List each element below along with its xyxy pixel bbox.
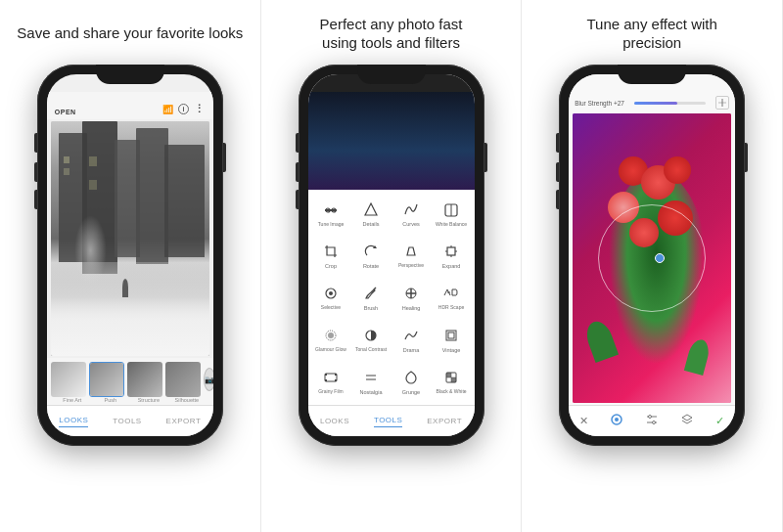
grunge-icon bbox=[401, 368, 421, 387]
tool-tonal-contrast[interactable]: Tonal Contrast bbox=[352, 319, 391, 359]
phone2-side-btn-right bbox=[484, 143, 487, 172]
panel3-title: Tune any effect with precision bbox=[576, 12, 726, 55]
blur-strength-slider[interactable] bbox=[634, 102, 706, 105]
panel3-title-wrap: Tune any effect with precision bbox=[586, 15, 716, 53]
phone3-notch bbox=[618, 65, 686, 84]
phone2-side-btn-left3 bbox=[296, 190, 299, 209]
tab-looks-2[interactable]: LOOKS bbox=[320, 417, 349, 425]
tool-healing[interactable]: Healing bbox=[392, 278, 431, 318]
tool-details[interactable]: Details bbox=[352, 194, 391, 234]
tab-looks-1[interactable]: LOOKS bbox=[59, 416, 88, 427]
tab-export-2[interactable]: EXPORT bbox=[427, 417, 462, 425]
phone1-topbar: OPEN 📶 i ⋮ bbox=[47, 92, 213, 119]
phone3-screen: Blur Strength +27 bbox=[569, 74, 735, 436]
brush-icon bbox=[361, 284, 381, 303]
tool-label-healing: Healing bbox=[402, 305, 421, 311]
tool-perspective[interactable]: Perspective bbox=[392, 236, 431, 276]
panel2-title-wrap: Perfect any photo fast using tools and f… bbox=[320, 15, 463, 53]
panel-tune: Tune any effect with precision Blur Stre… bbox=[522, 0, 783, 532]
tool-black-white[interactable]: Black & White bbox=[433, 361, 471, 401]
tab-export-1[interactable]: EXPORT bbox=[166, 417, 202, 425]
radial-filter-handle[interactable] bbox=[655, 253, 665, 263]
svg-line-15 bbox=[374, 288, 376, 289]
svg-point-14 bbox=[329, 291, 333, 295]
tool-drama[interactable]: Drama bbox=[392, 319, 431, 359]
grainy-film-icon bbox=[321, 368, 341, 387]
radial-filter-circle[interactable] bbox=[598, 204, 706, 312]
svg-rect-33 bbox=[451, 377, 456, 382]
perspective-icon bbox=[401, 242, 421, 261]
white-balance-icon bbox=[441, 200, 461, 220]
svg-marker-7 bbox=[407, 247, 415, 255]
phone1-tab-bar: LOOKS TOOLS EXPORT bbox=[47, 405, 213, 436]
filter-label-1: Fine Art bbox=[55, 397, 90, 403]
svg-rect-26 bbox=[325, 379, 327, 381]
radial-filter-icon[interactable] bbox=[610, 413, 623, 429]
phone1-side-btn-left2 bbox=[34, 162, 37, 182]
phone2-photo-area bbox=[308, 92, 475, 190]
blur-fill-indicator bbox=[634, 102, 677, 105]
panel3-title-line2: precision bbox=[586, 33, 716, 53]
layers-icon[interactable] bbox=[680, 413, 694, 429]
phone3-side-btn-right bbox=[745, 143, 748, 172]
cancel-icon[interactable]: ✕ bbox=[579, 415, 588, 427]
filter-label-4: Silhouette bbox=[169, 397, 205, 403]
tool-vintage[interactable]: Vintage bbox=[433, 319, 471, 359]
tool-rotate[interactable]: Rotate bbox=[352, 236, 391, 276]
panel-tools: Perfect any photo fast using tools and f… bbox=[261, 0, 523, 532]
svg-rect-8 bbox=[447, 247, 455, 255]
selective-icon bbox=[321, 284, 341, 303]
tool-nostalgia[interactable]: Nostalgia bbox=[352, 361, 391, 401]
tool-hdr[interactable]: HDR Scape bbox=[433, 278, 471, 318]
filter-thumb-2[interactable] bbox=[89, 362, 124, 397]
tool-crop[interactable]: Crop bbox=[312, 236, 350, 276]
svg-point-37 bbox=[615, 418, 619, 421]
phone3-bottom-bar: ✕ ✓ bbox=[569, 405, 735, 436]
phone2-side-btn-left1 bbox=[296, 133, 299, 153]
phone1-open-label[interactable]: OPEN bbox=[55, 109, 76, 115]
confirm-icon[interactable]: ✓ bbox=[715, 415, 724, 427]
crop-icon bbox=[321, 242, 341, 261]
compare-button[interactable] bbox=[715, 96, 729, 110]
panel2-title-line1: Perfect any photo fast bbox=[320, 15, 463, 34]
tool-label-tune: Tune Image bbox=[318, 222, 345, 228]
filter-label-3: Structure bbox=[131, 397, 166, 403]
svg-point-19 bbox=[328, 332, 334, 338]
svg-marker-3 bbox=[365, 203, 377, 215]
tool-label-drama: Drama bbox=[403, 347, 420, 353]
tool-label-selective: Selective bbox=[321, 305, 341, 311]
menu-icon[interactable]: ⋮ bbox=[194, 103, 206, 115]
tool-label-expand: Expand bbox=[442, 263, 461, 269]
camera-roll-button[interactable]: 📷 bbox=[204, 368, 213, 391]
tab-tools-2[interactable]: TOOLS bbox=[374, 416, 402, 427]
tool-tune-image[interactable]: Tune Image bbox=[312, 194, 350, 234]
filter-thumb-1[interactable] bbox=[51, 362, 86, 397]
filter-thumb-3[interactable] bbox=[127, 362, 162, 397]
panel1-title-text2: favorite looks bbox=[157, 23, 243, 43]
phone2-screen: Tune Image Details Curves bbox=[308, 74, 475, 436]
tool-brush[interactable]: Brush bbox=[352, 278, 391, 318]
info-icon[interactable]: i bbox=[178, 104, 189, 114]
filter-thumb-4[interactable] bbox=[165, 362, 201, 397]
phone2-tab-bar: LOOKS TOOLS EXPORT bbox=[308, 405, 475, 436]
tool-grunge[interactable]: Grunge bbox=[392, 361, 431, 401]
tool-expand[interactable]: Expand bbox=[433, 236, 471, 276]
tool-label-curves: Curves bbox=[402, 221, 419, 227]
tool-glamour-glow[interactable]: Glamour Glow bbox=[312, 319, 350, 359]
tool-label-wb: White Balance bbox=[436, 222, 467, 228]
adjustments-icon[interactable] bbox=[645, 413, 659, 429]
tool-white-balance[interactable]: White Balance bbox=[433, 194, 471, 234]
tab-tools-1[interactable]: TOOLS bbox=[113, 417, 141, 425]
filter-labels: Fine Art Push Structure Silhouette bbox=[51, 397, 209, 405]
tool-label-brush: Brush bbox=[364, 305, 378, 311]
phone1-side-btn-right bbox=[223, 143, 226, 172]
rotate-icon bbox=[361, 242, 381, 261]
tool-curves[interactable]: Curves bbox=[392, 194, 431, 234]
tool-selective[interactable]: Selective bbox=[312, 278, 350, 318]
phone1-icons: 📶 i ⋮ bbox=[162, 103, 206, 115]
phone2: Tune Image Details Curves bbox=[299, 65, 484, 446]
tool-label-perspective: Perspective bbox=[398, 263, 424, 269]
tool-label-tonal: Tonal Contrast bbox=[355, 347, 387, 353]
tool-grainy-film[interactable]: Grainy Film bbox=[312, 361, 350, 401]
svg-rect-0 bbox=[325, 209, 337, 211]
